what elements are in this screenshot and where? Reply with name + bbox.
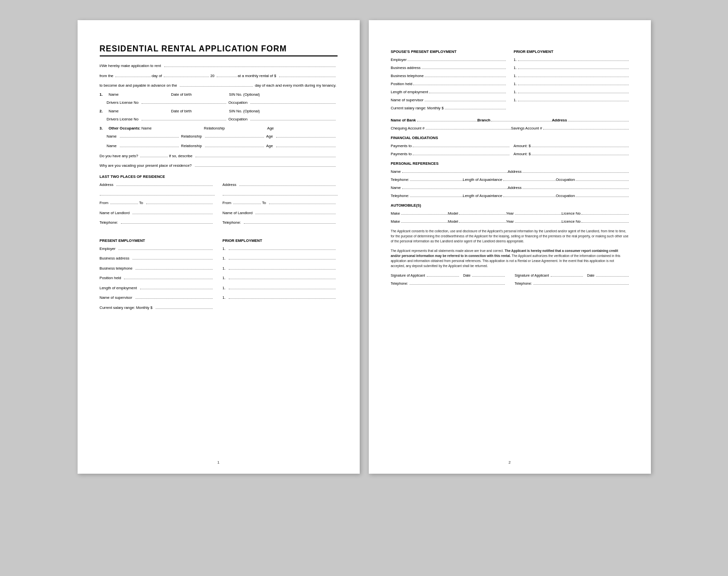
tel-sig1-field	[410, 280, 505, 285]
name1-sin-label: SIN No. (Optional)	[229, 92, 259, 97]
due-label: to become due and payable in advance on …	[100, 82, 177, 89]
auto1-make-field	[401, 210, 448, 215]
addr2-row: Address	[223, 181, 338, 188]
ref2-acquaintance-label: Length of Acquaintance	[463, 194, 502, 198]
ref2-acquaintance-field	[503, 193, 556, 197]
sig2-label: Signature of Applicant	[515, 274, 549, 277]
p-length-field	[140, 285, 213, 289]
from2-field	[233, 200, 261, 204]
p2-pr-num5: 1.	[514, 90, 517, 94]
ref1-acquaintance-field	[503, 176, 556, 181]
p2-pr-num6: 1.	[514, 98, 517, 102]
pr-length-row: 1.	[223, 285, 338, 292]
savings-label: Savings Account #	[511, 126, 542, 131]
auto2-model-field	[459, 218, 506, 223]
p2-pr-len-field	[518, 89, 629, 93]
pets-field	[140, 153, 168, 157]
name2-sin-label: SIN No. (Optional)	[229, 109, 259, 113]
to2-label: To	[262, 200, 266, 207]
auto2-row: Make Model Year Licence No	[391, 218, 629, 224]
form-title: RESIDENTIAL RENTAL APPLICATION FORM	[100, 44, 338, 53]
p2-pr-employer-field	[518, 56, 629, 61]
savings-field	[543, 125, 629, 130]
pr-supervisor-num: 1.	[223, 294, 226, 301]
name2-occupation-label: Occupation	[228, 116, 247, 123]
occ2-rel-field	[205, 133, 264, 138]
sp-employer-label: Employer	[391, 57, 407, 62]
from-day-field	[115, 73, 151, 77]
due-day-field	[180, 82, 253, 87]
p2-pr-len-row: 1.	[514, 89, 629, 94]
address-col-2: Address From To Name of Landlord	[223, 181, 338, 229]
sp-biz-address-row: Business address	[391, 65, 506, 70]
auto1-model-field	[459, 210, 506, 215]
p2-pr-tel-field	[518, 73, 629, 77]
bank-name-field	[417, 117, 478, 121]
sp-length-row: Length of employment	[391, 89, 506, 94]
name2-num: 2.	[100, 109, 107, 113]
ref2-name-field	[402, 184, 508, 189]
name1-extra-row: Drivers License No Occupation	[100, 99, 338, 106]
branch-label: Branch	[478, 118, 491, 122]
ref2-name-row: Name Address	[391, 184, 629, 190]
landlord1-label: Name of Landlord	[100, 210, 130, 217]
auto1-licence-field	[581, 210, 628, 215]
sp-employer-row: Employer	[391, 56, 506, 62]
landlord2-label: Name of Landlord	[223, 210, 253, 217]
p-position-field	[124, 275, 212, 279]
employment-section: PRESENT EMPLOYMENT Employer Business add…	[100, 233, 338, 314]
p2-pr-num2: 1.	[514, 66, 517, 70]
prior-emp-heading: PRIOR EMPLOYMENT	[223, 238, 338, 243]
tel1-row: Telephone:	[100, 219, 215, 226]
name1-occupation-label: Occupation	[228, 99, 247, 106]
occ2-rel-label: Relationship	[181, 133, 202, 140]
name2-license-field	[142, 116, 226, 120]
pr-biz-address-field	[229, 255, 336, 260]
sp-biz-tel-field	[425, 73, 506, 77]
bank-row: Name of Bank Branch Address	[391, 117, 629, 122]
due-row: to become due and payable in advance on …	[100, 82, 338, 89]
auto1-model-label: Model	[448, 211, 458, 216]
from2-row: From To	[223, 200, 338, 207]
auto1-year-field	[515, 210, 562, 215]
tel2-label: Telephone:	[223, 219, 241, 226]
auto2-year-label: Year	[506, 219, 514, 224]
p-salary-field	[156, 304, 213, 309]
auto1-licence-label: Licence No	[562, 211, 581, 216]
ref1-tel-label: Telephone:	[391, 177, 410, 182]
date2-label: Date	[587, 274, 594, 277]
tel-sig2-field	[534, 280, 629, 285]
sp-employer-field	[408, 56, 505, 61]
ref1-tel-row: Telephone: Length of Acquaintance Occupa…	[391, 176, 629, 182]
bank-name-label: Name of Bank	[391, 118, 416, 122]
ref2-name-label: Name	[391, 185, 401, 190]
pr-employer-field	[229, 245, 336, 250]
sp-salary-label: Current salary range: Monthly $	[391, 106, 444, 110]
p2-pr-tel-row: 1.	[514, 73, 629, 78]
p-biz-address-field	[133, 255, 213, 260]
personal-ref-heading: PERSONAL REFERENCES	[391, 161, 629, 166]
from1-field	[110, 200, 138, 204]
sp-biz-tel-label: Business telephone	[391, 74, 424, 78]
p2-pr-num1: 1.	[514, 57, 517, 62]
ref2-tel-label: Telephone:	[391, 194, 410, 198]
sp-salary-row: Current salary range: Monthly $	[391, 105, 506, 110]
to2-field	[269, 200, 336, 204]
sig2-field	[551, 272, 583, 277]
auto1-make-label: Make	[391, 211, 400, 216]
intro-label: I/We hereby make application to rent	[100, 62, 161, 70]
amount2-field	[532, 151, 628, 155]
addr2-line2	[223, 191, 338, 196]
amount2-label: Amount: $	[513, 152, 531, 156]
addr2-label: Address	[223, 181, 237, 188]
from2-label: From	[223, 200, 232, 207]
p-length-label: Length of employment	[100, 285, 137, 292]
p2-pr-num4: 1.	[514, 82, 517, 86]
pets-mid: If so, describe	[169, 153, 192, 160]
ref2-tel-row: Telephone: Length of Acquaintance Occupa…	[391, 193, 629, 198]
addr2-field	[239, 181, 335, 186]
bank-address-label: Address	[552, 118, 567, 122]
sig2-row: Signature of Applicant Date	[515, 272, 629, 277]
pr-biz-tel-num: 1.	[223, 265, 226, 272]
p-biz-tel-field	[136, 265, 213, 270]
